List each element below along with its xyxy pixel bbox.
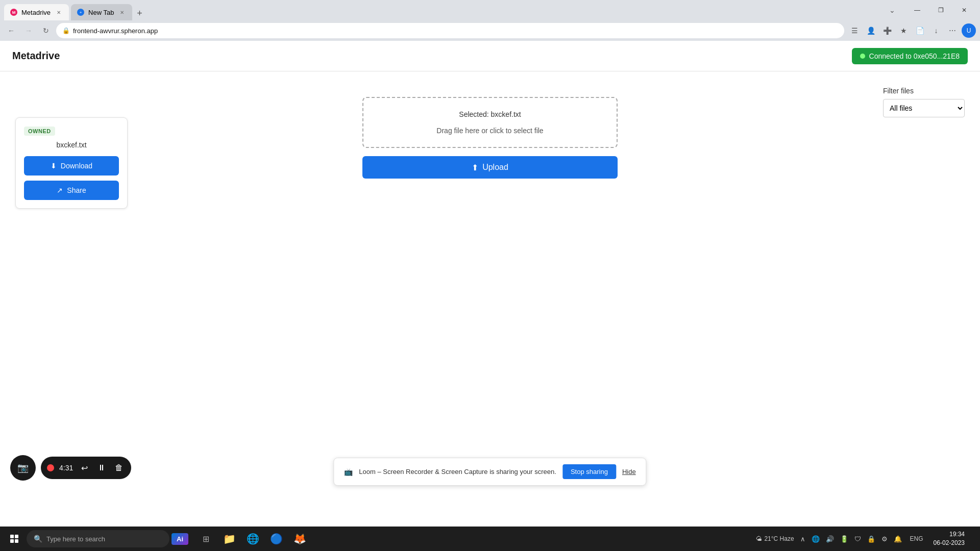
tab-metadrive[interactable]: M Metadrive ✕ bbox=[4, 4, 69, 20]
tray-expand-icon[interactable]: ∧ bbox=[798, 534, 807, 544]
recording-controls: 📷 4:31 ↩ ⏸ 🗑 bbox=[10, 455, 131, 481]
pause-button[interactable]: ⏸ bbox=[95, 462, 108, 474]
undo-button[interactable]: ↩ bbox=[78, 462, 90, 474]
connected-badge: Connected to 0xe050...21E8 bbox=[852, 48, 968, 64]
camera-toggle-button[interactable]: 📷 bbox=[10, 455, 36, 481]
lock-icon: 🔒 bbox=[62, 27, 70, 34]
favorites-icon[interactable]: ★ bbox=[896, 23, 911, 38]
owned-badge: OWNED bbox=[24, 127, 55, 136]
taskbar-right: 🌤 21°C Haze ∧ 🌐 🔊 🔋 🛡 🔒 ⚙ 🔔 ENG 19:34 06… bbox=[756, 528, 976, 550]
tab-label-metadrive: Metadrive bbox=[21, 9, 51, 16]
main-area: Selected: bxckef.txt Drag file here or c… bbox=[0, 71, 980, 527]
page-content: Metadrive Connected to 0xe050...21E8 Sel… bbox=[0, 41, 980, 527]
upload-dropzone[interactable]: Selected: bxckef.txt Drag file here or c… bbox=[362, 97, 618, 148]
security-icon[interactable]: 🔒 bbox=[865, 534, 877, 544]
profile-avatar[interactable]: U bbox=[962, 23, 976, 38]
antivirus-icon[interactable]: 🛡 bbox=[852, 534, 863, 544]
taskbar-firefox[interactable]: 🦊 bbox=[288, 528, 311, 550]
weather-icon: 🌤 bbox=[756, 535, 762, 542]
search-placeholder: Type here to search bbox=[46, 535, 105, 543]
share-label: Share bbox=[67, 186, 86, 194]
upload-zone-wrapper: Selected: bxckef.txt Drag file here or c… bbox=[15, 97, 965, 179]
new-tab-button[interactable]: + bbox=[132, 6, 146, 20]
language-indicator[interactable]: ENG bbox=[908, 535, 925, 542]
app-header: Metadrive Connected to 0xe050...21E8 bbox=[0, 41, 980, 71]
selected-file-text: Selected: bxckef.txt bbox=[376, 110, 604, 118]
refresh-button[interactable]: ↻ bbox=[39, 23, 53, 38]
close-button[interactable]: ✕ bbox=[952, 2, 976, 18]
recording-timer-bar: 4:31 ↩ ⏸ 🗑 bbox=[41, 457, 131, 479]
filter-area: Filter files All files Owned Shared bbox=[883, 87, 965, 117]
url-text: frontend-awvrur.spheron.app bbox=[73, 27, 838, 35]
browser-chrome: M Metadrive ✕ + New Tab ✕ + ⌄ — ❐ ✕ bbox=[0, 0, 980, 41]
weather-text: 21°C Haze bbox=[764, 535, 794, 542]
add-extension-icon[interactable]: ➕ bbox=[880, 23, 894, 38]
recording-dot bbox=[47, 464, 54, 471]
tabs-container: M Metadrive ✕ + New Tab ✕ + bbox=[4, 0, 883, 20]
collections-icon[interactable]: 📄 bbox=[913, 23, 927, 38]
recording-timer: 4:31 bbox=[59, 464, 73, 472]
upload-button[interactable]: ⬆ Upload bbox=[362, 156, 618, 179]
taskbar-clock[interactable]: 19:34 06-02-2023 bbox=[929, 530, 969, 547]
battery-icon[interactable]: 🔋 bbox=[838, 534, 850, 544]
user-profile-icon[interactable]: 👤 bbox=[864, 23, 878, 38]
filter-select[interactable]: All files Owned Shared bbox=[883, 99, 965, 117]
taskbar-search[interactable]: 🔍 Type here to search bbox=[27, 530, 169, 547]
taskbar: 🔍 Type here to search Ai ⊞ 📁 🌐 🔵 🦊 🌤 21°… bbox=[0, 527, 980, 551]
taskbar-apps: ⊞ 📁 🌐 🔵 🦊 bbox=[194, 528, 311, 550]
misc-tray-icon1[interactable]: ⚙ bbox=[879, 534, 890, 544]
file-card: OWNED bxckef.txt ⬇ Download ↗ Share bbox=[15, 117, 128, 209]
camera-icon: 📷 bbox=[17, 462, 29, 473]
connected-label: Connected to 0xe050...21E8 bbox=[869, 52, 960, 60]
loom-message: Loom – Screen Recorder & Screen Capture … bbox=[359, 468, 556, 475]
taskbar-task-view[interactable]: ⊞ bbox=[194, 528, 217, 550]
download-toolbar-icon[interactable]: ↓ bbox=[929, 23, 943, 38]
clock-time: 19:34 bbox=[934, 530, 965, 539]
tab-label-new: New Tab bbox=[88, 9, 114, 16]
tab-close-new[interactable]: ✕ bbox=[118, 8, 126, 16]
minimize-button[interactable]: — bbox=[905, 2, 929, 18]
network-icon[interactable]: 🌐 bbox=[810, 534, 822, 544]
url-bar[interactable]: 🔒 frontend-awvrur.spheron.app bbox=[56, 23, 844, 38]
start-button[interactable] bbox=[4, 529, 24, 549]
tab-new-tab[interactable]: + New Tab ✕ bbox=[71, 4, 132, 20]
taskbar-edge[interactable]: 🌐 bbox=[241, 528, 264, 550]
back-button[interactable]: ← bbox=[4, 23, 18, 38]
speaker-icon[interactable]: 🔊 bbox=[824, 534, 836, 544]
share-button[interactable]: ↗ Share bbox=[24, 181, 119, 200]
misc-tray-icon2[interactable]: 🔔 bbox=[892, 534, 904, 544]
system-tray: ∧ 🌐 🔊 🔋 🛡 🔒 ⚙ 🔔 bbox=[798, 534, 904, 544]
toolbar-actions: ☰ 👤 ➕ ★ 📄 ↓ ⋯ U bbox=[847, 23, 976, 38]
forward-button[interactable]: → bbox=[21, 23, 36, 38]
tab-close-metadrive[interactable]: ✕ bbox=[55, 8, 63, 16]
download-label: Download bbox=[61, 162, 92, 170]
hide-button[interactable]: Hide bbox=[622, 468, 636, 475]
upload-button-label: Upload bbox=[482, 163, 508, 172]
share-icon: ↗ bbox=[57, 186, 63, 194]
search-icon: 🔍 bbox=[34, 535, 42, 543]
upload-icon: ⬆ bbox=[472, 163, 478, 172]
address-bar: ← → ↻ 🔒 frontend-awvrur.spheron.app ☰ 👤 … bbox=[0, 20, 980, 41]
app-logo: Metadrive bbox=[12, 50, 60, 62]
maximize-button[interactable]: ❐ bbox=[929, 2, 952, 18]
stop-sharing-button[interactable]: Stop sharing bbox=[562, 464, 616, 479]
tab-overflow-button[interactable]: ⌄ bbox=[885, 3, 899, 17]
show-desktop-button[interactable] bbox=[973, 528, 976, 550]
download-icon: ⬇ bbox=[51, 162, 57, 170]
clock-date: 06-02-2023 bbox=[934, 539, 965, 547]
taskbar-chrome[interactable]: 🔵 bbox=[265, 528, 287, 550]
taskbar-file-explorer[interactable]: 📁 bbox=[218, 528, 240, 550]
window-controls: — ❐ ✕ bbox=[905, 2, 976, 18]
file-name: bxckef.txt bbox=[24, 141, 119, 149]
windows-logo-icon bbox=[10, 535, 18, 543]
sidebar-icon[interactable]: ☰ bbox=[847, 23, 862, 38]
weather-widget[interactable]: 🌤 21°C Haze bbox=[756, 535, 794, 542]
tab-favicon-new: + bbox=[77, 9, 84, 16]
drag-hint-text: Drag file here or click to select file bbox=[376, 127, 604, 135]
delete-button[interactable]: 🗑 bbox=[113, 462, 125, 474]
more-tools-icon[interactable]: ⋯ bbox=[945, 23, 960, 38]
tab-favicon-metadrive: M bbox=[10, 9, 17, 16]
download-button[interactable]: ⬇ Download bbox=[24, 156, 119, 176]
ai-badge[interactable]: Ai bbox=[172, 533, 188, 545]
file-explorer-icon: 📁 bbox=[223, 533, 236, 545]
